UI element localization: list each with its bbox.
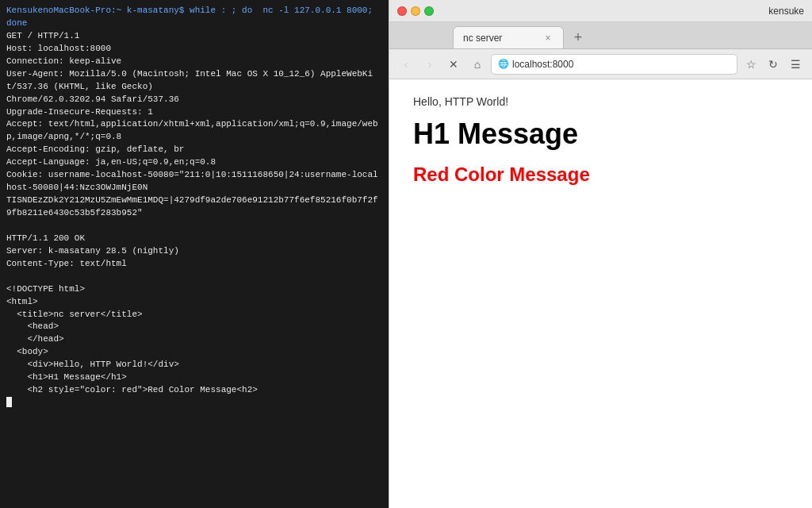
terminal-line: Cookie: username-localhost-50080="211:0|… <box>6 169 382 194</box>
bookmark-button[interactable]: ☆ <box>741 54 761 75</box>
terminal-line: HTTP/1.1 200 OK <box>6 233 382 245</box>
terminal-line: <h1>H1 Message</h1> <box>6 371 382 384</box>
toolbar-right-buttons: ☆ ↻ ☰ <box>741 54 806 75</box>
terminal-line: TISNDEzZDk2Y212MzU5ZmEwMmE1MDQ=|4279df9a… <box>6 194 382 220</box>
tab-close-button[interactable]: × <box>542 33 553 44</box>
browser-titlebar: kensuke <box>389 0 812 22</box>
terminal-line: <h2 style="color: red">Red Color Message… <box>6 384 382 397</box>
window-controls <box>397 6 434 16</box>
terminal-output: GET / HTTP/1.1Host: localhost:8000Connec… <box>6 30 382 397</box>
content-h1: H1 Message <box>413 117 788 151</box>
tab-bar: nc server × + <box>389 22 812 49</box>
refresh-button[interactable]: ↻ <box>763 54 783 75</box>
address-input[interactable] <box>512 59 730 70</box>
back-button[interactable]: ‹ <box>396 54 416 75</box>
terminal-line: Upgrade-Insecure-Requests: 1 <box>6 106 382 119</box>
terminal-line: <html> <box>6 296 382 309</box>
terminal-line: </head> <box>6 333 382 346</box>
maximize-window-button[interactable] <box>424 6 434 16</box>
terminal-line: Connection: keep-alive <box>6 56 382 68</box>
terminal-prompt-line: KensukenoMacBook-Pro:~ k-masatany$ while… <box>6 5 382 30</box>
home-button[interactable]: ⌂ <box>467 54 488 75</box>
terminal-cursor <box>6 397 12 407</box>
close-window-button[interactable] <box>397 6 407 16</box>
terminal-line: <div>Hello, HTTP World!</div> <box>6 359 382 371</box>
content-hello: Hello, HTTP World! <box>413 95 788 108</box>
terminal-line: Accept: text/html,application/xhtml+xml,… <box>6 118 382 144</box>
forward-button[interactable]: › <box>419 54 440 75</box>
terminal-line: Host: localhost:8000 <box>6 43 382 56</box>
reload-button[interactable]: ✕ <box>443 54 464 75</box>
terminal-line: <!DOCTYPE html> <box>6 283 382 296</box>
browser-tab[interactable]: nc server × <box>453 26 564 48</box>
new-tab-button[interactable]: + <box>567 26 589 48</box>
terminal-line: Accept-Language: ja,en-US;q=0.9,en;q=0.8 <box>6 156 382 169</box>
browser-content: Hello, HTTP World! H1 Message Red Color … <box>389 79 812 508</box>
terminal-line: <head> <box>6 321 382 333</box>
tab-title: nc server <box>463 33 538 44</box>
terminal-line: Accept-Encoding: gzip, deflate, br <box>6 144 382 156</box>
terminal-line: <title>nc server</title> <box>6 309 382 321</box>
terminal-line: Chrome/62.0.3202.94 Safari/537.36 <box>6 94 382 106</box>
terminal-line: Server: k-masatany 28.5 (nightly) <box>6 245 382 258</box>
minimize-window-button[interactable] <box>411 6 420 16</box>
terminal-line <box>6 271 382 283</box>
terminal-line: GET / HTTP/1.1 <box>6 30 382 43</box>
terminal-panel[interactable]: KensukenoMacBook-Pro:~ k-masatany$ while… <box>0 0 389 508</box>
terminal-line <box>6 220 382 233</box>
terminal-line: <body> <box>6 346 382 359</box>
browser-panel: kensuke nc server × + ‹ › ✕ ⌂ 🌐 ☆ <box>389 0 812 508</box>
menu-button[interactable]: ☰ <box>785 54 806 75</box>
location-icon: 🌐 <box>498 59 509 69</box>
content-red-message: Red Color Message <box>413 164 788 186</box>
terminal-line: Content-Type: text/html <box>6 258 382 271</box>
browser-toolbar: ‹ › ✕ ⌂ 🌐 ☆ ↻ ☰ <box>389 49 812 79</box>
terminal-line: User-Agent: Mozilla/5.0 (Macintosh; Inte… <box>6 68 382 94</box>
user-label: kensuke <box>768 6 804 17</box>
address-bar[interactable]: 🌐 <box>491 54 737 75</box>
